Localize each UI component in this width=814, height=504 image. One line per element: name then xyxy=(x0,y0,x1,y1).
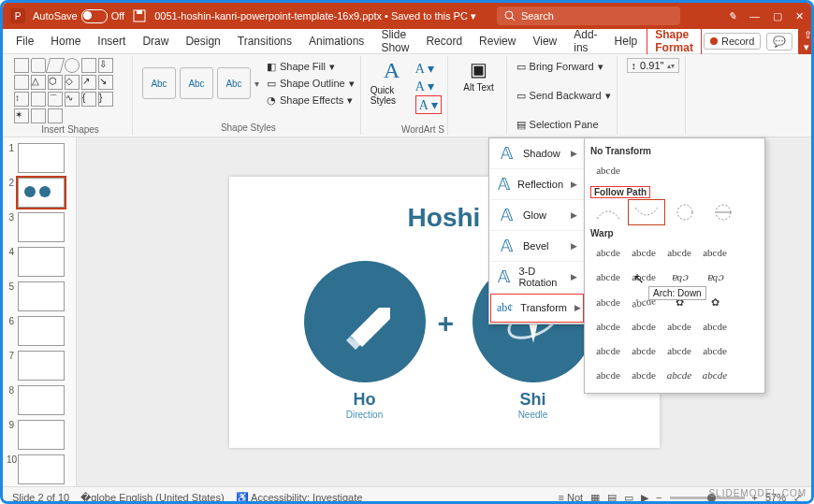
slide-thumbnails[interactable]: 1 2 3 4 5 6 7 8 9 10 xyxy=(3,137,77,486)
text-fill-button[interactable]: A ▾ xyxy=(415,60,442,77)
tab-addins[interactable]: Add-ins xyxy=(566,24,604,58)
menu-glow[interactable]: 𝔸Glow▶ xyxy=(489,200,585,231)
tab-slideshow[interactable]: Slide Show xyxy=(373,24,416,58)
view-reading-button[interactable]: ▭ xyxy=(624,492,633,504)
glow-icon: 𝔸 xyxy=(497,205,516,225)
opt-warp[interactable]: abcde xyxy=(697,338,733,363)
opt-warp[interactable]: abcde xyxy=(697,240,733,265)
shape-outline-button[interactable]: ▭Shape Outline ▾ xyxy=(267,75,355,92)
thumb-5[interactable]: 5 xyxy=(7,281,72,311)
opt-warp[interactable]: abcde xyxy=(626,363,661,387)
text-outline-button[interactable]: A ▾ xyxy=(415,78,442,94)
tab-review[interactable]: Review xyxy=(472,31,523,51)
workspace: 1 2 3 4 5 6 7 8 9 10 Hoshi + HoDirection xyxy=(3,137,811,486)
opt-warp[interactable]: abcde xyxy=(661,240,697,265)
plus-icon: + xyxy=(438,308,455,339)
view-slideshow-button[interactable]: ▶ xyxy=(641,492,648,504)
thumb-8[interactable]: 8 xyxy=(7,385,72,415)
opt-warp[interactable]: abcde xyxy=(626,240,661,265)
thumb-3[interactable]: 3 xyxy=(7,212,72,242)
tab-help[interactable]: Help xyxy=(607,31,646,51)
share-button[interactable]: ⇧ ▾ xyxy=(798,27,814,55)
menu-shadow[interactable]: 𝔸Shadow▶ xyxy=(489,138,585,169)
svg-text:P: P xyxy=(15,11,22,22)
thumb-6[interactable]: 6 xyxy=(7,316,72,346)
close-button[interactable]: ✕ xyxy=(795,10,804,22)
bring-forward-button[interactable]: ▭Bring Forward ▾ xyxy=(516,58,611,75)
alt-text-button[interactable]: ▣Alt Text xyxy=(458,58,501,93)
shape-styles-gallery[interactable]: Abc Abc Abc ▾ xyxy=(142,58,259,108)
menu-reflection[interactable]: 𝔸Reflection▶ xyxy=(489,169,585,200)
opt-warp[interactable]: abcde xyxy=(697,314,733,338)
send-backward-button[interactable]: ▭Send Backward ▾ xyxy=(516,87,611,104)
opt-warp[interactable]: abcde xyxy=(661,338,697,363)
group-alt-text: ▣Alt Text xyxy=(452,56,507,135)
autosave-toggle[interactable]: AutoSave Off xyxy=(33,9,124,23)
thumb-4[interactable]: 4 xyxy=(7,247,72,277)
language-indicator[interactable]: �globe English (United States) xyxy=(80,492,224,504)
menu-bevel[interactable]: 𝔸Bevel▶ xyxy=(489,231,585,262)
opt-warp[interactable]: abcde xyxy=(590,363,626,387)
view-normal-button[interactable]: ▦ xyxy=(590,492,600,504)
menu-transform[interactable]: ab¢Transform▶ xyxy=(489,293,585,324)
opt-warp[interactable]: abcde xyxy=(626,338,661,363)
opt-no-transform[interactable]: abcde xyxy=(590,158,626,182)
search-box[interactable]: Search xyxy=(497,7,680,25)
group-label: Insert Shapes xyxy=(14,124,126,135)
slide-indicator[interactable]: Slide 2 of 10 xyxy=(12,492,69,503)
group-wordart: AQuick Styles A ▾ A ▾ A ▾ WordArt S xyxy=(365,56,448,135)
tab-file[interactable]: File xyxy=(8,31,41,51)
fill-icon: ◧ xyxy=(267,61,276,73)
opt-arch-down[interactable] xyxy=(629,200,664,224)
opt-warp[interactable]: abcde xyxy=(590,265,626,289)
quick-styles-button[interactable]: AQuick Styles xyxy=(371,58,414,106)
tab-record[interactable]: Record xyxy=(418,31,470,51)
view-sorter-button[interactable]: ▤ xyxy=(607,492,617,504)
opt-warp[interactable]: abcde xyxy=(661,314,697,338)
menu-3d-rotation[interactable]: 𝔸3-D Rotation▶ xyxy=(489,262,585,293)
comments-button[interactable]: 💬 xyxy=(766,33,792,50)
shape-effects-button[interactable]: ◔Shape Effects ▾ xyxy=(267,92,355,108)
tab-transitions[interactable]: Transitions xyxy=(230,31,299,51)
opt-warp[interactable]: abcde xyxy=(590,290,626,314)
opt-warp[interactable]: abcde xyxy=(590,338,626,363)
svg-rect-3 xyxy=(137,10,142,14)
document-title[interactable]: 0051-hoshin-kanri-powerpoint-template-16… xyxy=(154,10,476,22)
tab-animations[interactable]: Animations xyxy=(301,31,371,51)
shape-height-input[interactable]: ↕0.91"▴▾ xyxy=(627,58,680,73)
tab-view[interactable]: View xyxy=(525,31,564,51)
tab-design[interactable]: Design xyxy=(178,31,227,51)
accessibility-button[interactable]: ♿ Accessibility: Investigate xyxy=(236,492,363,504)
opt-warp[interactable]: abcde xyxy=(697,363,733,387)
gallery-more-icon[interactable]: ▾ xyxy=(254,79,259,89)
shape-fill-button[interactable]: ◧Shape Fill ▾ xyxy=(267,58,355,75)
opt-warp[interactable]: abcde xyxy=(626,314,661,338)
tab-home[interactable]: Home xyxy=(43,31,88,51)
thumb-7[interactable]: 7 xyxy=(7,351,72,381)
thumb-10[interactable]: 10 xyxy=(7,454,72,484)
selection-pane-button[interactable]: ▤Selection Pane xyxy=(516,116,611,133)
thumb-9[interactable]: 9 xyxy=(7,420,72,450)
circle-ho xyxy=(304,261,426,382)
thumb-1[interactable]: 1 xyxy=(7,143,72,173)
opt-circle[interactable] xyxy=(667,200,703,224)
opt-warp[interactable]: abcde xyxy=(661,363,697,387)
pen-icon[interactable]: ✎ xyxy=(728,10,736,22)
tab-draw[interactable]: Draw xyxy=(135,31,176,51)
status-bar: Slide 2 of 10 �globe English (United Sta… xyxy=(3,486,811,504)
opt-warp[interactable]: abcde xyxy=(590,314,626,338)
zoom-out-button[interactable]: − xyxy=(656,492,661,503)
save-icon[interactable] xyxy=(132,8,147,23)
shapes-gallery[interactable]: ⇩ △⬡◇↗↘↕ ⌒∿{}✶ xyxy=(14,58,126,123)
minimize-button[interactable]: — xyxy=(749,10,760,22)
opt-arch-up[interactable] xyxy=(590,200,626,224)
thumb-2[interactable]: 2 xyxy=(7,178,72,208)
notes-button[interactable]: ≡ Not xyxy=(558,492,583,503)
text-effects-button[interactable]: A ▾ xyxy=(415,95,442,114)
opt-button[interactable] xyxy=(705,200,741,224)
maximize-button[interactable]: ▢ xyxy=(773,10,782,22)
tab-insert[interactable]: Insert xyxy=(90,31,133,51)
opt-warp[interactable]: abcde xyxy=(590,240,626,265)
svg-line-5 xyxy=(512,18,515,21)
record-button[interactable]: Record xyxy=(704,33,761,50)
